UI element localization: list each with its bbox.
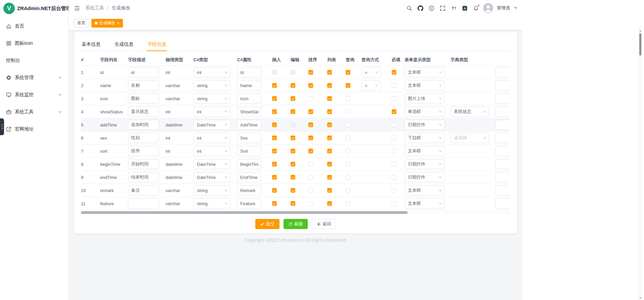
csharp-type-select[interactable]: string [194,185,230,195]
required-checkbox[interactable] [392,83,396,88]
clipped-column-input[interactable] [495,133,509,143]
search-icon[interactable] [405,4,413,12]
sort-checkbox[interactable] [308,109,313,114]
required-checkbox[interactable] [392,162,396,166]
sort-checkbox[interactable] [308,136,313,140]
clipped-column-input[interactable] [495,185,509,195]
sidebar-item-system-monitor[interactable]: 系统监控 [0,86,68,103]
query-checkbox[interactable] [346,188,350,193]
sort-checkbox[interactable] [308,162,313,166]
query-checkbox[interactable] [346,175,350,180]
display-type-select[interactable]: 文本框 [404,80,445,90]
required-checkbox[interactable] [392,175,396,180]
clipped-column-input[interactable] [495,107,509,117]
app-logo[interactable]: V ZRAdmin.NET后台管理 [0,0,68,17]
description-input[interactable] [128,159,159,169]
required-checkbox[interactable] [392,136,396,140]
sidebar-item-system-manage[interactable]: 系统管理 [0,69,68,86]
sidebar-item-home[interactable]: 首页 [0,17,68,35]
description-input[interactable] [128,185,159,195]
edit-checkbox[interactable] [291,162,295,166]
display-type-select[interactable]: 文本框 [404,146,445,156]
query-checkbox[interactable] [346,109,350,114]
clipped-column-input[interactable] [495,159,509,169]
sort-checkbox[interactable] [308,70,313,75]
edit-checkbox[interactable] [291,188,295,193]
insert-checkbox[interactable] [272,122,277,127]
query-checkbox[interactable] [346,83,350,88]
sort-checkbox[interactable] [308,122,313,127]
csharp-property-input[interactable] [237,107,261,117]
username[interactable]: 管理员 [497,5,510,11]
tab-generate-info[interactable]: 生成信息 [114,38,134,51]
csharp-type-select[interactable]: string [194,80,230,90]
display-type-select[interactable]: 文本框 [404,185,445,195]
csharp-property-input[interactable] [237,80,261,90]
csharp-property-input[interactable] [237,93,261,104]
csharp-type-select[interactable]: int [194,133,230,143]
fullscreen-icon[interactable] [439,4,446,12]
display-type-select[interactable]: 文本框 [404,198,445,209]
sort-checkbox[interactable] [308,201,313,206]
required-checkbox[interactable] [392,149,396,153]
display-type-select[interactable]: 图片上传 [404,93,445,104]
query-checkbox[interactable] [346,136,350,140]
vertical-scrollbar[interactable]: ▲ ▼ [639,28,642,300]
description-input[interactable] [128,93,159,104]
sidebar-item-system-tools[interactable]: 系统工具 [0,103,68,120]
list-checkbox[interactable] [327,109,332,114]
language-icon[interactable]: A [461,4,468,12]
display-type-select[interactable]: 单选框 [404,107,445,117]
clipped-column-input[interactable] [495,93,509,104]
query-checkbox[interactable] [346,96,350,101]
csharp-property-input[interactable] [237,159,261,169]
edit-checkbox[interactable] [291,149,295,153]
csharp-type-select[interactable]: string [194,198,230,209]
clipped-column-input[interactable] [495,146,509,156]
csharp-type-select[interactable]: DateTime [194,120,230,130]
required-checkbox[interactable] [392,70,396,75]
query-checkbox[interactable] [346,149,350,153]
github-icon[interactable] [417,4,424,12]
query-type-select[interactable]: = [361,80,381,90]
sort-checkbox[interactable] [308,83,313,88]
description-input[interactable] [128,198,159,209]
required-checkbox[interactable] [392,96,396,101]
sidebar-item-icons[interactable]: 图标icon [0,35,68,52]
description-input[interactable] [128,146,159,156]
user-menu-chevron-icon[interactable] [514,6,518,10]
list-checkbox[interactable] [327,122,332,127]
font-size-icon[interactable]: T [450,4,457,12]
description-input[interactable] [128,80,159,90]
insert-checkbox[interactable] [272,96,277,101]
required-checkbox[interactable] [392,188,396,193]
tab-field-info[interactable]: 字段信息 [147,38,167,51]
sort-checkbox[interactable] [308,188,313,193]
required-checkbox[interactable] [392,122,396,127]
required-checkbox[interactable] [392,109,396,114]
notification-bell-icon[interactable] [472,4,479,12]
vertical-scrollbar-thumb[interactable] [639,33,641,55]
csharp-property-input[interactable] [237,133,261,143]
list-checkbox[interactable] [327,70,332,75]
back-button[interactable]: 返回 [312,219,336,229]
tags-view-tab-home[interactable]: 首页 [74,19,89,28]
edit-checkbox[interactable] [291,109,295,114]
list-checkbox[interactable] [327,188,332,193]
query-checkbox[interactable] [346,162,350,166]
display-type-select[interactable]: 日期控件 [404,172,445,182]
clipped-column-input[interactable] [495,67,509,77]
menu-fold-icon[interactable] [73,4,81,12]
submit-button[interactable]: 提交 [255,219,280,229]
display-type-select[interactable]: 文本框 [404,67,445,77]
csharp-type-select[interactable]: int [194,67,230,77]
insert-checkbox[interactable] [272,149,277,153]
csharp-type-select[interactable]: DateTime [194,172,230,182]
dict-type-select[interactable]: 请选择 [450,133,489,143]
settings-drawer-handle[interactable] [0,118,4,135]
description-input[interactable] [128,172,159,182]
sort-checkbox[interactable] [308,175,313,180]
csharp-property-input[interactable] [237,185,261,195]
edit-checkbox[interactable] [291,175,295,180]
list-checkbox[interactable] [327,175,332,180]
